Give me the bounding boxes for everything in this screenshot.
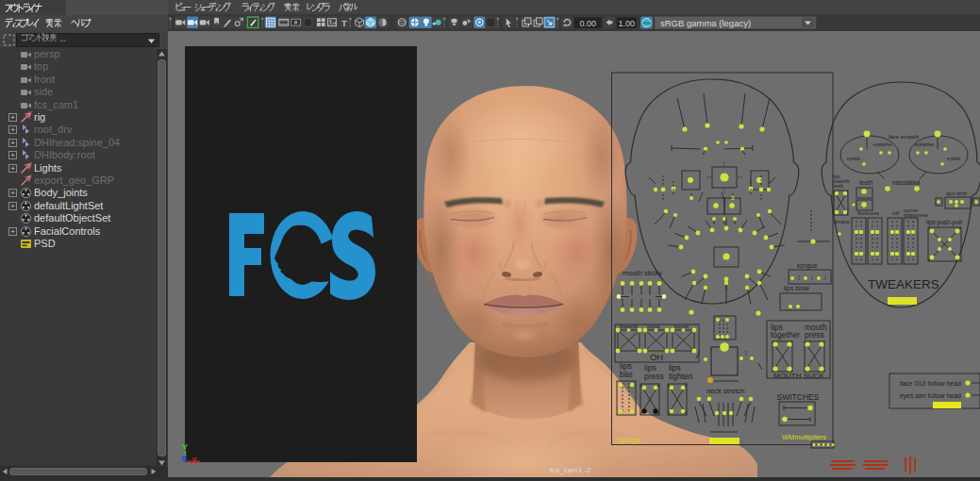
svg-text:eyes aim follow head: eyes aim follow head [900, 392, 961, 400]
svg-text:eyelashes: eyelashes [915, 142, 935, 147]
svg-text:face GUI follow head: face GUI follow head [900, 380, 961, 387]
svg-text:nasolabial: nasolabial [892, 179, 921, 186]
svg-text:MOUTH SUCK: MOUTH SUCK [773, 372, 824, 380]
svg-text:tighten: tighten [669, 372, 693, 381]
svg-text:rig logic: rig logic [617, 436, 641, 444]
svg-text:roll: roll [892, 210, 899, 216]
svg-text:SWITCHES: SWITCHES [777, 392, 820, 402]
svg-text:purse: purse [647, 323, 660, 329]
svg-text:sRGB gamma (legacy): sRGB gamma (legacy) [660, 18, 751, 28]
svg-text:tongue: tongue [834, 219, 850, 224]
svg-text:OH: OH [650, 352, 663, 362]
svg-text:press: press [644, 372, 664, 381]
svg-text:funnel: funnel [674, 323, 689, 329]
svg-text:eyelids: eyelids [947, 157, 961, 161]
svg-text:0.00: 0.00 [579, 19, 596, 28]
svg-text:eyelashes: eyelashes [873, 142, 893, 147]
svg-text:mouth sticky: mouth sticky [623, 269, 662, 277]
svg-text:T: T [341, 18, 347, 28]
svg-text:tongue: tongue [797, 262, 818, 270]
svg-text:teeth: teeth [833, 183, 843, 189]
svg-text:neck stretch: neck stretch [706, 387, 744, 395]
svg-text:teeth: teeth [859, 179, 873, 186]
svg-text:lips push-pull: lips push-pull [926, 219, 962, 226]
svg-text:sharpness: sharpness [904, 212, 928, 218]
svg-text:lips shift: lips shift [946, 191, 967, 196]
svg-text:1.00: 1.00 [619, 19, 636, 28]
svg-text:fcs_cam1 -Z: fcs_cam1 -Z [550, 466, 591, 474]
svg-text:bite: bite [620, 370, 633, 379]
svg-text:X: X [191, 456, 197, 465]
svg-text:towards: towards [620, 323, 639, 329]
svg-text:Y: Y [182, 442, 188, 452]
svg-text:face scratch: face scratch [889, 134, 919, 140]
svg-text:together: together [771, 330, 800, 340]
svg-text:lips blow: lips blow [784, 285, 810, 292]
svg-text:WMmultipliers: WMmultipliers [782, 433, 826, 441]
svg-text:sRGB: sRGB [642, 22, 652, 25]
svg-text:eyelids: eyelids [847, 157, 861, 161]
svg-text:thickness: thickness [857, 210, 879, 216]
svg-text:TWEAKERS: TWEAKERS [868, 277, 939, 291]
svg-text:press: press [805, 330, 824, 340]
